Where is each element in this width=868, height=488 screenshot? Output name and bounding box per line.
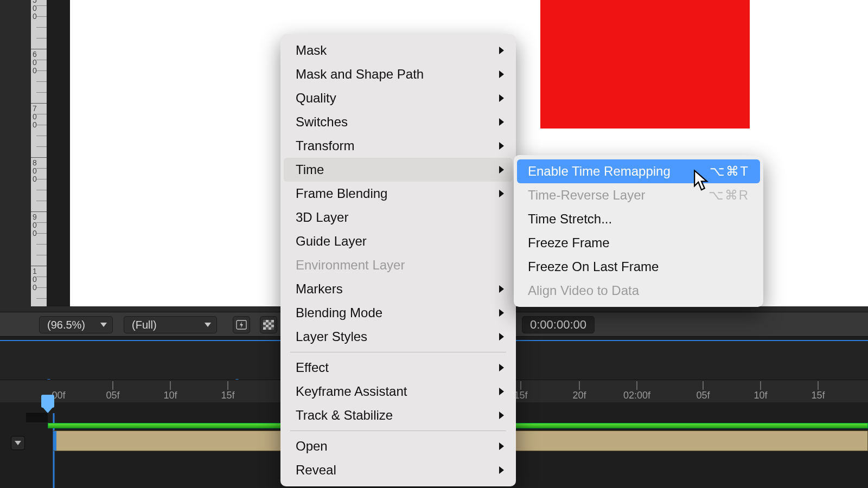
ruler-minor-tick <box>36 233 47 234</box>
zoom-dropdown[interactable]: (96.5%) <box>39 316 113 333</box>
expand-layers-button[interactable] <box>11 436 25 450</box>
svg-rect-2 <box>263 320 266 323</box>
ruler-minor-tick <box>36 179 47 179</box>
keyboard-shortcut: ⌥⌘R <box>709 188 749 203</box>
svg-rect-7 <box>269 325 271 328</box>
chevron-down-icon <box>205 323 211 327</box>
checker-icon <box>263 320 274 330</box>
submenu-item-align: Align Video to Data <box>517 279 760 303</box>
menu-item-frameblend[interactable]: Frame Blending <box>284 182 513 206</box>
submenu-item-label: Freeze Frame <box>528 235 610 251</box>
ruler-major-tick: 800 <box>31 157 47 158</box>
svg-rect-6 <box>263 325 266 328</box>
menu-separator <box>290 431 506 431</box>
submenu-item-freeze[interactable]: Freeze Frame <box>517 231 760 255</box>
timecode-value: 0:00:00:00 <box>530 318 586 332</box>
current-time-display[interactable]: 0:00:00:00 <box>522 316 595 333</box>
resolution-dropdown[interactable]: (Full) <box>124 316 217 333</box>
left-gutter <box>0 0 31 306</box>
svg-rect-3 <box>269 320 271 323</box>
svg-rect-9 <box>271 328 274 330</box>
lightning-frame-icon <box>236 320 247 330</box>
menu-item-time[interactable]: Time <box>284 158 513 182</box>
menu-item-3d[interactable]: 3D Layer <box>284 206 513 229</box>
ruler-major-tick: 100 <box>31 266 47 266</box>
keyboard-shortcut: ⌥⌘T <box>710 164 749 179</box>
ruler-minor-tick <box>36 190 47 190</box>
menu-item-blend[interactable]: Blending Mode <box>284 301 513 325</box>
menu-item-reveal[interactable]: Reveal <box>284 458 513 482</box>
menu-item-guide[interactable]: Guide Layer <box>284 229 513 253</box>
ruler-minor-tick <box>36 146 47 147</box>
svg-rect-5 <box>271 323 274 325</box>
chevron-down-icon <box>100 323 107 327</box>
ruler-minor-tick <box>36 277 47 277</box>
menu-item-kfa[interactable]: Keyframe Assistant <box>284 380 513 403</box>
transparency-grid-button[interactable] <box>260 316 277 333</box>
menu-item-maskshape[interactable]: Mask and Shape Path <box>284 62 513 86</box>
red-shape-layer[interactable] <box>540 0 750 129</box>
ruler-minor-tick <box>36 60 47 60</box>
menu-item-open[interactable]: Open <box>284 434 513 458</box>
ruler-minor-tick <box>36 70 47 71</box>
menu-item-quality[interactable]: Quality <box>284 86 513 110</box>
menu-item-mask[interactable]: Mask <box>284 38 513 62</box>
submenu-item-label: Time Stretch... <box>528 211 612 227</box>
ruler-minor-tick <box>36 287 47 288</box>
ruler-minor-tick <box>36 92 47 93</box>
ruler-minor-tick <box>36 201 47 201</box>
fast-preview-button[interactable] <box>233 316 250 333</box>
menu-item-effect[interactable]: Effect <box>284 356 513 380</box>
ruler-major-tick: 900 <box>31 211 47 212</box>
chevron-down-icon <box>15 441 21 445</box>
layer-in-handle[interactable] <box>53 431 86 451</box>
menu-item-transform[interactable]: Transform <box>284 134 513 158</box>
ruler-minor-tick <box>36 38 47 38</box>
submenu-item-freezelast[interactable]: Freeze On Last Frame <box>517 255 760 279</box>
submenu-item-remap[interactable]: Enable Time Remapping⌥⌘T <box>517 159 760 183</box>
ruler-minor-tick <box>36 125 47 125</box>
ruler-major-tick: 600 <box>31 49 47 49</box>
vertical-ruler: 500600700800900100 <box>31 0 47 306</box>
submenu-item-label: Time-Reverse Layer <box>528 188 646 203</box>
menu-item-switches[interactable]: Switches <box>284 110 513 134</box>
ruler-major-tick: 700 <box>31 103 47 104</box>
zoom-value: (96.5%) <box>47 319 85 331</box>
ruler-minor-tick <box>36 255 47 255</box>
ruler-minor-tick <box>36 244 47 245</box>
ruler-minor-tick <box>36 168 47 169</box>
menu-item-markers[interactable]: Markers <box>284 277 513 301</box>
menu-separator <box>290 352 506 352</box>
ruler-minor-tick <box>36 27 47 28</box>
submenu-item-label: Align Video to Data <box>528 283 639 298</box>
menu-item-env: Environment Layer <box>284 253 513 277</box>
ruler-minor-tick <box>36 114 47 114</box>
menu-item-track[interactable]: Track & Stabilize <box>284 403 513 427</box>
svg-rect-4 <box>266 323 269 325</box>
submenu-item-label: Enable Time Remapping <box>528 164 671 179</box>
ruler-minor-tick <box>36 222 47 223</box>
ruler-minor-tick <box>36 81 47 82</box>
time-submenu[interactable]: Enable Time Remapping⌥⌘TTime-Reverse Lay… <box>514 155 763 307</box>
submenu-item-stretch[interactable]: Time Stretch... <box>517 207 760 231</box>
submenu-item-reverse: Time-Reverse Layer⌥⌘R <box>517 183 760 207</box>
ruler-minor-tick <box>36 5 47 6</box>
svg-rect-8 <box>266 328 269 330</box>
layer-switch-cell[interactable] <box>26 413 48 422</box>
ruler-minor-tick <box>36 136 47 136</box>
layer-context-menu[interactable]: MaskMask and Shape PathQualitySwitchesTr… <box>280 34 516 486</box>
resolution-value: (Full) <box>132 319 157 331</box>
ruler-minor-tick <box>36 298 47 299</box>
submenu-item-label: Freeze On Last Frame <box>528 259 659 274</box>
ruler-minor-tick <box>36 16 47 17</box>
menu-item-styles[interactable]: Layer Styles <box>284 325 513 349</box>
